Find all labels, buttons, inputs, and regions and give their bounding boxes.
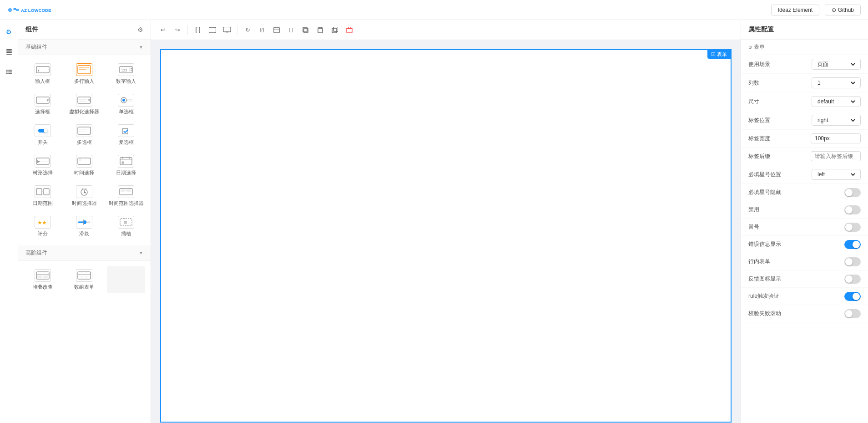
prop-select-columns[interactable]: 1 2 3 4	[812, 77, 861, 88]
prop-select-size[interactable]: default small large	[812, 96, 861, 107]
svg-rect-55	[121, 189, 125, 192]
properties-panel: 属性配置 ⊙ 表单 使用场景 页面 弹窗 抽屉 列数	[741, 20, 868, 423]
component-input[interactable]: 输入框	[22, 59, 64, 89]
panel-header: 组件 ⚙	[18, 20, 151, 40]
datatable-icon	[76, 269, 92, 282]
timerange-label: 时间范围选择器	[109, 200, 144, 207]
tree-label: 树形选择	[33, 169, 53, 176]
main-layout: ⚙ 组件 ⚙ 基础组件 ▼	[0, 20, 868, 423]
inline-form-toggle[interactable]	[844, 257, 861, 266]
desktop-view-button[interactable]	[221, 24, 233, 36]
columns-select[interactable]: 1 2 3 4	[816, 79, 857, 87]
prop-select-label-position[interactable]: right left top	[812, 115, 861, 126]
svg-text:▦: ▦	[121, 161, 125, 164]
component-datatable[interactable]: 数组表单	[64, 265, 106, 295]
paste-button[interactable]	[314, 24, 327, 36]
prop-row-required-hidden: 必填星号隐藏	[741, 184, 868, 201]
use-scene-select[interactable]: 页面 弹窗 抽屉	[816, 61, 857, 68]
svg-rect-6	[6, 70, 8, 71]
feedback-icon-knob	[845, 275, 853, 283]
prop-control-rule-trigger	[785, 292, 861, 301]
radio-icon	[118, 94, 134, 107]
label-suffix-input[interactable]	[811, 151, 861, 161]
delete-button[interactable]	[343, 24, 356, 36]
list-icon[interactable]	[3, 66, 15, 78]
svg-point-29	[122, 99, 125, 102]
ideaz-element-button[interactable]: Ideaz Element	[771, 5, 820, 15]
prop-row-inline-form: 行内表单	[741, 253, 868, 270]
prop-control-label-width	[785, 133, 861, 143]
prop-label-inline-form: 行内表单	[748, 258, 785, 265]
colon-toggle[interactable]	[844, 223, 861, 232]
component-radio[interactable]: 单选框	[105, 89, 147, 120]
svg-rect-5	[6, 54, 12, 55]
component-select[interactable]: ▼ 选择框	[22, 89, 64, 120]
component-timeselect[interactable]: 时间选择器	[64, 181, 106, 211]
component-slot[interactable]: ⊞ 插槽	[105, 211, 147, 242]
required-pos-select[interactable]: left right	[816, 171, 857, 178]
label-position-select[interactable]: right left top	[816, 117, 857, 124]
component-vselect[interactable]: ▼ 虚拟化选择器	[64, 89, 106, 120]
settings-icon[interactable]: ⚙	[3, 25, 15, 38]
svg-rect-11	[8, 73, 12, 74]
component-subform[interactable]: 堆叠改查	[22, 265, 64, 295]
component-date[interactable]: ▦ 日期选择	[105, 150, 147, 181]
list-svg	[5, 68, 13, 76]
refresh-button[interactable]: ↻	[241, 24, 254, 36]
scroll-fail-knob	[845, 310, 853, 317]
number-icon: 123 ▲ ▼	[118, 63, 134, 76]
basic-section-header[interactable]: 基础组件 ▼	[18, 40, 151, 55]
label-width-input[interactable]	[811, 133, 861, 143]
timerange-icon	[118, 185, 134, 198]
duplicate-button[interactable]	[328, 24, 341, 36]
advanced-section-header[interactable]: 高阶组件 ▼	[18, 245, 151, 261]
component-slider[interactable]: 滑块	[64, 211, 106, 242]
prop-row-colon: 冒号	[741, 219, 868, 236]
timepicker-icon: ──	[76, 155, 92, 168]
required-hidden-toggle[interactable]	[844, 188, 861, 197]
scroll-fail-toggle[interactable]	[844, 309, 861, 318]
left-icon-bar: ⚙	[0, 20, 18, 423]
timeselect-icon	[76, 185, 92, 198]
size-select[interactable]: default small large	[816, 98, 857, 105]
undo-button[interactable]: ↩	[156, 24, 169, 36]
mobile-view-button[interactable]	[192, 24, 204, 36]
json-button[interactable]: [ ]	[285, 24, 298, 36]
error-display-toggle[interactable]	[844, 240, 861, 249]
layers-icon[interactable]	[3, 46, 15, 58]
component-switch[interactable]: 开关	[22, 120, 64, 150]
component-timepicker[interactable]: ── 时间选择	[64, 150, 106, 181]
svg-point-1	[10, 9, 11, 10]
component-tree[interactable]: ▶ 树形选择	[22, 150, 64, 181]
svg-rect-10	[6, 73, 8, 74]
rule-trigger-knob	[853, 293, 860, 300]
rule-trigger-toggle[interactable]	[844, 292, 861, 301]
component-daterange[interactable]: 日期范围	[22, 181, 64, 211]
component-timerange[interactable]: 时间范围选择器	[105, 181, 147, 211]
feedback-icon-toggle[interactable]	[844, 275, 861, 284]
component-textarea[interactable]: 多行输入	[64, 59, 106, 89]
github-button[interactable]: ⊙ Github	[825, 5, 861, 15]
radio-label: 单选框	[119, 108, 134, 115]
divider-1	[187, 25, 188, 35]
prop-select-use-scene[interactable]: 页面 弹窗 抽屉	[812, 59, 861, 70]
code-button[interactable]: {/}	[256, 24, 268, 36]
gear-icon[interactable]: ⚙	[137, 26, 143, 33]
redo-button[interactable]: ↪	[171, 24, 184, 36]
prop-select-required-pos[interactable]: left right	[812, 169, 861, 180]
component-checkbox[interactable]: 复选框	[105, 120, 147, 150]
prop-row-use-scene: 使用场景 页面 弹窗 抽屉	[741, 55, 868, 74]
component-multiselect[interactable]: 多选框	[64, 120, 106, 150]
component-rating[interactable]: ★ ★ ☆ 评分	[22, 211, 64, 242]
copy-button[interactable]	[299, 24, 312, 36]
multiselect-icon	[76, 124, 92, 137]
tablet-view-button[interactable]	[206, 24, 219, 36]
canvas-viewport[interactable]: ☑ 表单	[151, 40, 741, 423]
disabled-toggle[interactable]	[844, 205, 861, 214]
import-button[interactable]	[270, 24, 283, 36]
textarea-label: 多行输入	[74, 78, 94, 85]
prop-label-rule-trigger: rule触发验证	[748, 292, 785, 300]
prop-row-label-width: 标签宽度	[741, 130, 868, 148]
prop-row-required-pos: 必填星号位置 left right	[741, 165, 868, 184]
component-number[interactable]: 123 ▲ ▼ 数字输入	[105, 59, 147, 89]
